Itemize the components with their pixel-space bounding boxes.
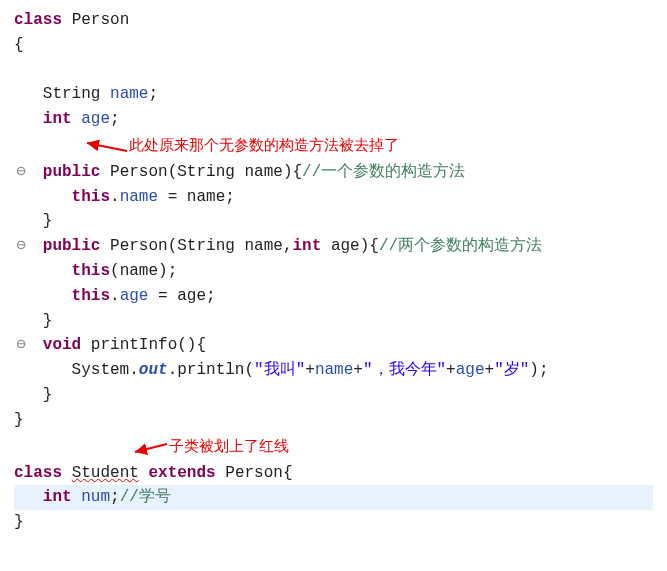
annotation-1: 此处原来那个无参数的构造方法被去掉了 [129,136,399,153]
arrow-icon [129,435,169,463]
field-age-use: age [456,361,485,379]
field-ref-name: name [120,188,158,206]
string-3: "岁" [494,361,529,379]
rhs-age: age [177,287,206,305]
param-2a: String name [177,237,283,255]
field-age: age [81,110,110,128]
method-println: println [177,361,244,379]
comment-num: //学号 [120,488,171,506]
keyword-public: public [43,237,101,255]
keyword-class: class [14,464,62,482]
keyword-int: int [292,237,321,255]
field-name-use: name [315,361,353,379]
brace-close: } [14,383,653,408]
class-name: Person [72,11,130,29]
comment-1: //一个参数的构造方法 [302,163,465,181]
keyword-class: class [14,11,62,29]
brace-close-student: } [14,510,653,535]
keyword-public: public [43,163,101,181]
superclass: Person [225,464,283,482]
comment-2: //两个参数的构造方法 [379,237,542,255]
field-ref-age: age [120,287,149,305]
type-string: String [43,85,101,103]
brace-close-class: } [14,408,653,433]
keyword-this: this [72,188,110,206]
brace-close: } [14,209,653,234]
annotation-2-row: 子类被划上了红线 [14,433,653,461]
field-name: name [110,85,148,103]
field-num: num [81,488,110,506]
field-out: out [139,361,168,379]
collapse-icon[interactable]: ⊖ [14,333,28,358]
svg-line-0 [87,143,127,151]
class-student: Student [72,464,139,482]
blank-line [14,58,653,83]
keyword-extends: extends [148,464,215,482]
keyword-this: this [72,262,110,280]
annotation-2: 子类被划上了红线 [169,437,289,454]
this-arg: name [120,262,158,280]
keyword-this: this [72,287,110,305]
method-name: printInfo [91,336,177,354]
brace-close: } [14,309,653,334]
string-2: "，我今年" [363,361,446,379]
keyword-int: int [43,110,72,128]
ctor-name-2: Person [110,237,168,255]
param-2b: age [331,237,360,255]
collapse-icon[interactable]: ⊖ [14,234,28,259]
collapse-icon[interactable]: ⊖ [14,160,28,185]
obj-system: System [72,361,130,379]
arrow-icon [81,134,129,162]
ctor-name: Person [110,163,168,181]
brace-open: { [14,33,653,58]
annotation-1-row: 此处原来那个无参数的构造方法被去掉了 [14,132,653,160]
param-1: String name [177,163,283,181]
keyword-void: void [43,336,81,354]
rhs-name: name [187,188,225,206]
string-1: "我叫" [254,361,305,379]
svg-line-1 [135,444,167,452]
keyword-int: int [43,488,72,506]
